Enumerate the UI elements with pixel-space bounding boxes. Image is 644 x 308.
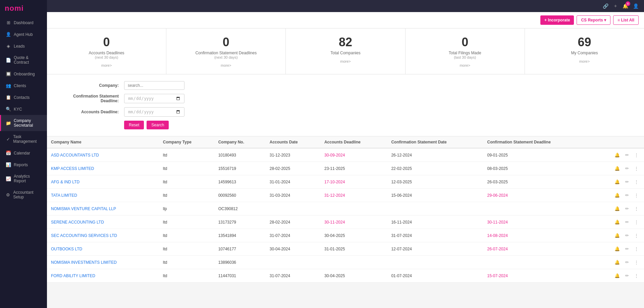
stat-number-3: 0 (409, 35, 521, 49)
more-button-0[interactable]: ⋮ (633, 152, 640, 158)
bell-button-1[interactable]: 🔔 (613, 165, 621, 172)
edit-button-5[interactable]: ✏ (624, 219, 630, 225)
nav-label-contacts: Contacts (14, 95, 30, 100)
link-icon[interactable]: 🔗 (603, 3, 608, 9)
edit-button-2[interactable]: ✏ (624, 179, 630, 185)
bell-button-2[interactable]: 🔔 (613, 179, 621, 185)
edit-button-4[interactable]: ✏ (624, 205, 630, 212)
stat-more-3[interactable]: more> (409, 63, 521, 67)
stat-more-2[interactable]: more> (289, 59, 401, 63)
nav-label-quote-contract: Quote & Contract (14, 55, 42, 65)
more-button-9[interactable]: ⋮ (633, 272, 640, 279)
company-name-link[interactable]: NOMISMA INVESTMENTS LIMITED (51, 260, 117, 265)
confirmation-label: Confirmation Statement Deadline: (57, 94, 124, 103)
more-button-2[interactable]: ⋮ (633, 179, 640, 185)
cell-2-1: ltd (159, 175, 214, 189)
bell-button-5[interactable]: 🔔 (613, 219, 621, 225)
incorporate-button[interactable]: + Incorporate (540, 15, 574, 25)
cell-6-5: 31-07-2024 (387, 229, 483, 242)
confirmation-date-input[interactable] (124, 94, 184, 103)
sidebar-item-dashboard[interactable]: ⊞ Dashboard (0, 17, 47, 28)
stat-card-0[interactable]: 0 Accounts Deadlines (next 30 days) more… (47, 28, 166, 74)
bell-button-8[interactable]: 🔔 (613, 259, 621, 265)
cell-9-1: ltd (159, 269, 214, 283)
more-button-1[interactable]: ⋮ (633, 165, 640, 172)
stat-more-4[interactable]: more> (528, 59, 641, 63)
table-row: KMP ACCESS LIMITEDltd1551671928-02-20252… (47, 162, 644, 175)
cell-6-4: 30-04-2025 (320, 229, 387, 242)
notification-icon[interactable]: 🔔 8 (623, 3, 628, 9)
list-all-button[interactable]: ≡ List All (613, 15, 639, 25)
sidebar-item-accountant-setup[interactable]: ⚙ Accountant Setup (0, 187, 47, 203)
company-name-link[interactable]: NOMISMA VENTURE CAPITAL LLP (51, 206, 116, 211)
cell-1-4: 23-11-2025 (320, 162, 387, 175)
bell-button-6[interactable]: 🔔 (613, 232, 621, 239)
logo: nomi (0, 0, 47, 17)
edit-button-0[interactable]: ✏ (624, 152, 630, 158)
more-button-6[interactable]: ⋮ (633, 232, 640, 239)
nav-icon-dashboard: ⊞ (6, 20, 11, 25)
row-actions-0: 🔔 ✏ ⋮ (591, 148, 644, 162)
sidebar-item-analytics-report[interactable]: 📈 Analytics Report (0, 171, 47, 187)
bell-button-3[interactable]: 🔔 (613, 192, 621, 198)
reset-button[interactable]: Reset (124, 121, 144, 129)
cell-7-5: 12-07-2024 (387, 242, 483, 256)
cs-reports-button[interactable]: CS Reports ▾ (577, 15, 610, 25)
company-name-link[interactable]: TATA LIMITED (51, 193, 77, 198)
nav-label-calendar: Calendar (14, 151, 30, 156)
sidebar-item-leads[interactable]: ◈ Leads (0, 40, 47, 52)
cell-9-5: 01-07-2024 (387, 269, 483, 283)
cell-8-6 (483, 256, 591, 269)
stat-more-0[interactable]: more> (50, 63, 163, 67)
sidebar-item-clients[interactable]: 👥 Clients (0, 80, 47, 91)
stat-card-4[interactable]: 69 My Companies more> (525, 28, 644, 74)
user-icon[interactable]: 👤 (633, 3, 639, 9)
add-icon[interactable]: ＋ (613, 3, 618, 9)
stat-card-1[interactable]: 0 Confirmation Statement Deadlines (next… (166, 28, 286, 74)
edit-button-9[interactable]: ✏ (624, 272, 630, 279)
more-button-8[interactable]: ⋮ (633, 259, 640, 265)
edit-button-1[interactable]: ✏ (624, 165, 630, 172)
more-button-4[interactable]: ⋮ (633, 205, 640, 212)
sidebar-item-agent-hub[interactable]: 👤 Agent Hub (0, 28, 47, 40)
edit-button-8[interactable]: ✏ (624, 259, 630, 265)
company-name-link[interactable]: FORD ABILITY LIMITED (51, 273, 95, 278)
bell-button-7[interactable]: 🔔 (613, 246, 621, 252)
bell-button-4[interactable]: 🔔 (613, 205, 621, 212)
cell-2-5: 12-03-2025 (387, 175, 483, 189)
column-header-actions (591, 136, 644, 148)
sidebar-item-kyc[interactable]: 🔍 KYC (0, 103, 47, 115)
sidebar-item-onboarding[interactable]: 🔲 Onboarding (0, 68, 47, 80)
more-button-3[interactable]: ⋮ (633, 192, 640, 198)
company-name-link[interactable]: SEC ACCOUNTING SERVICES LTD (51, 233, 117, 238)
sidebar-item-contacts[interactable]: 📋 Contacts (0, 91, 47, 103)
company-name-link[interactable]: SERENE ACCOUNTING LTD (51, 220, 104, 225)
sidebar-item-task-management[interactable]: ✓ Task Management (0, 131, 47, 147)
accounts-date-input[interactable] (124, 107, 184, 117)
company-name-link[interactable]: KMP ACCESS LIMITED (51, 166, 94, 171)
more-button-7[interactable]: ⋮ (633, 246, 640, 252)
cell-7-1: ltd (159, 242, 214, 256)
bell-button-0[interactable]: 🔔 (613, 152, 621, 158)
cell-2-6: 26-03-2025 (483, 175, 591, 189)
stat-more-1[interactable]: more> (170, 63, 282, 67)
bell-button-9[interactable]: 🔔 (613, 272, 621, 279)
nav-label-leads: Leads (14, 44, 25, 49)
company-name-link[interactable]: OUTBOOKS LTD (51, 247, 82, 251)
edit-button-7[interactable]: ✏ (624, 246, 630, 252)
edit-button-3[interactable]: ✏ (624, 192, 630, 198)
cell-3-6: 29-06-2024 (483, 189, 591, 202)
company-name-link[interactable]: ASD ACCOUNTANTS LTD (51, 153, 99, 158)
column-header-2: Company No. (214, 136, 266, 148)
edit-button-6[interactable]: ✏ (624, 232, 630, 239)
sidebar-item-reports[interactable]: 📊 Reports (0, 159, 47, 171)
company-search-input[interactable] (124, 81, 184, 90)
stat-card-2[interactable]: 82 Total Companies more> (286, 28, 405, 74)
search-button[interactable]: Search (147, 121, 169, 129)
more-button-5[interactable]: ⋮ (633, 219, 640, 225)
stat-card-3[interactable]: 0 Total Filings Made (last 30 days) more… (406, 28, 525, 74)
sidebar-item-company-secretarial[interactable]: 📁 Company Secretarial (0, 115, 47, 131)
sidebar-item-quote-contract[interactable]: 📄 Quote & Contract (0, 52, 47, 68)
company-name-link[interactable]: AFG & IND LTD (51, 180, 79, 184)
sidebar-item-calendar[interactable]: 📅 Calendar (0, 147, 47, 159)
